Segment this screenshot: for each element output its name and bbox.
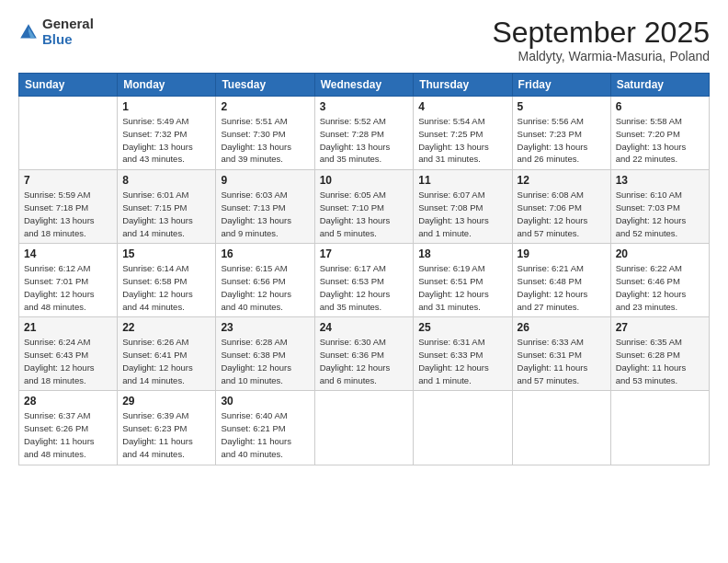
calendar-cell: 5Sunrise: 5:56 AMSunset: 7:23 PMDaylight… (512, 97, 610, 170)
location-subtitle: Maldyty, Warmia-Masuria, Poland (492, 49, 710, 63)
day-info: Sunrise: 6:22 AMSunset: 6:46 PMDaylight:… (616, 262, 704, 313)
day-number: 29 (122, 395, 210, 408)
title-block: September 2025 Maldyty, Warmia-Masuria, … (492, 17, 710, 63)
day-number: 11 (418, 174, 506, 187)
col-thursday: Thursday (414, 74, 512, 97)
calendar-cell: 21Sunrise: 6:24 AMSunset: 6:43 PMDayligh… (19, 317, 118, 391)
day-number: 12 (518, 174, 606, 187)
day-number: 14 (24, 247, 112, 260)
day-number: 3 (320, 100, 409, 113)
calendar-cell: 13Sunrise: 6:10 AMSunset: 7:03 PMDayligh… (610, 170, 709, 244)
calendar-cell: 7Sunrise: 5:59 AMSunset: 7:18 PMDaylight… (19, 170, 118, 244)
day-number: 21 (24, 321, 112, 334)
day-info: Sunrise: 5:56 AMSunset: 7:23 PMDaylight:… (518, 115, 606, 166)
calendar-cell: 10Sunrise: 6:05 AMSunset: 7:10 PMDayligh… (314, 170, 414, 244)
calendar-cell (314, 391, 414, 465)
day-info: Sunrise: 6:10 AMSunset: 7:03 PMDaylight:… (616, 189, 704, 239)
col-wednesday: Wednesday (314, 74, 414, 97)
calendar-week-5: 28Sunrise: 6:37 AMSunset: 6:26 PMDayligh… (19, 391, 710, 465)
day-info: Sunrise: 5:51 AMSunset: 7:30 PMDaylight:… (221, 115, 309, 166)
calendar-cell: 23Sunrise: 6:28 AMSunset: 6:38 PMDayligh… (216, 317, 314, 391)
logo-general-text: General (42, 17, 94, 32)
day-info: Sunrise: 6:28 AMSunset: 6:38 PMDaylight:… (221, 336, 309, 386)
day-number: 6 (616, 100, 704, 113)
day-number: 17 (320, 247, 409, 260)
day-info: Sunrise: 5:49 AMSunset: 7:32 PMDaylight:… (122, 115, 210, 166)
day-info: Sunrise: 5:58 AMSunset: 7:20 PMDaylight:… (616, 115, 704, 166)
day-number: 30 (221, 395, 309, 408)
calendar-cell: 1Sunrise: 5:49 AMSunset: 7:32 PMDaylight… (118, 97, 216, 170)
calendar-table: Sunday Monday Tuesday Wednesday Thursday… (18, 73, 710, 465)
col-saturday: Saturday (610, 74, 709, 97)
calendar-cell (19, 97, 118, 170)
day-number: 1 (122, 100, 210, 113)
calendar-cell: 30Sunrise: 6:40 AMSunset: 6:21 PMDayligh… (216, 391, 314, 465)
day-number: 13 (616, 174, 704, 187)
day-number: 4 (418, 100, 506, 113)
calendar-cell: 11Sunrise: 6:07 AMSunset: 7:08 PMDayligh… (414, 170, 512, 244)
day-number: 26 (518, 321, 606, 334)
calendar-cell: 9Sunrise: 6:03 AMSunset: 7:13 PMDaylight… (216, 170, 314, 244)
calendar-cell: 2Sunrise: 5:51 AMSunset: 7:30 PMDaylight… (216, 97, 314, 170)
calendar-cell: 3Sunrise: 5:52 AMSunset: 7:28 PMDaylight… (314, 97, 414, 170)
calendar-cell: 16Sunrise: 6:15 AMSunset: 6:56 PMDayligh… (216, 244, 314, 317)
day-info: Sunrise: 6:03 AMSunset: 7:13 PMDaylight:… (221, 189, 309, 239)
calendar-cell: 27Sunrise: 6:35 AMSunset: 6:28 PMDayligh… (610, 317, 709, 391)
calendar-cell: 12Sunrise: 6:08 AMSunset: 7:06 PMDayligh… (512, 170, 610, 244)
day-info: Sunrise: 6:12 AMSunset: 7:01 PMDaylight:… (24, 262, 112, 313)
day-number: 7 (24, 174, 112, 187)
day-number: 19 (518, 247, 606, 260)
col-friday: Friday (512, 74, 610, 97)
col-sunday: Sunday (19, 74, 118, 97)
calendar-week-1: 1Sunrise: 5:49 AMSunset: 7:32 PMDaylight… (19, 97, 710, 170)
logo-icon (18, 22, 39, 42)
day-number: 27 (616, 321, 704, 334)
day-number: 10 (320, 174, 409, 187)
day-info: Sunrise: 6:40 AMSunset: 6:21 PMDaylight:… (221, 409, 309, 460)
calendar-week-2: 7Sunrise: 5:59 AMSunset: 7:18 PMDaylight… (19, 170, 710, 244)
calendar-cell: 22Sunrise: 6:26 AMSunset: 6:41 PMDayligh… (118, 317, 216, 391)
day-info: Sunrise: 6:21 AMSunset: 6:48 PMDaylight:… (518, 262, 606, 313)
day-info: Sunrise: 5:54 AMSunset: 7:25 PMDaylight:… (418, 115, 506, 166)
day-number: 16 (221, 247, 309, 260)
calendar-cell: 25Sunrise: 6:31 AMSunset: 6:33 PMDayligh… (414, 317, 512, 391)
day-info: Sunrise: 6:08 AMSunset: 7:06 PMDaylight:… (518, 189, 606, 239)
calendar-cell: 14Sunrise: 6:12 AMSunset: 7:01 PMDayligh… (19, 244, 118, 317)
day-number: 22 (122, 321, 210, 334)
day-info: Sunrise: 6:07 AMSunset: 7:08 PMDaylight:… (418, 189, 506, 239)
day-info: Sunrise: 5:59 AMSunset: 7:18 PMDaylight:… (24, 189, 112, 239)
calendar-cell: 20Sunrise: 6:22 AMSunset: 6:46 PMDayligh… (610, 244, 709, 317)
day-info: Sunrise: 6:26 AMSunset: 6:41 PMDaylight:… (122, 336, 210, 386)
month-title: September 2025 (492, 17, 710, 49)
day-info: Sunrise: 6:30 AMSunset: 6:36 PMDaylight:… (320, 336, 409, 386)
calendar-cell: 19Sunrise: 6:21 AMSunset: 6:48 PMDayligh… (512, 244, 610, 317)
day-number: 28 (24, 395, 112, 408)
logo: General Blue (18, 17, 94, 47)
day-info: Sunrise: 6:31 AMSunset: 6:33 PMDaylight:… (418, 336, 506, 386)
day-number: 18 (418, 247, 506, 260)
calendar-cell: 6Sunrise: 5:58 AMSunset: 7:20 PMDaylight… (610, 97, 709, 170)
calendar-week-3: 14Sunrise: 6:12 AMSunset: 7:01 PMDayligh… (19, 244, 710, 317)
calendar-header-row: Sunday Monday Tuesday Wednesday Thursday… (19, 74, 710, 97)
day-number: 2 (221, 100, 309, 113)
calendar-cell: 18Sunrise: 6:19 AMSunset: 6:51 PMDayligh… (414, 244, 512, 317)
day-info: Sunrise: 5:52 AMSunset: 7:28 PMDaylight:… (320, 115, 409, 166)
day-info: Sunrise: 6:05 AMSunset: 7:10 PMDaylight:… (320, 189, 409, 239)
calendar-cell: 4Sunrise: 5:54 AMSunset: 7:25 PMDaylight… (414, 97, 512, 170)
col-monday: Monday (118, 74, 216, 97)
calendar-cell: 26Sunrise: 6:33 AMSunset: 6:31 PMDayligh… (512, 317, 610, 391)
calendar-cell (414, 391, 512, 465)
day-number: 25 (418, 321, 506, 334)
day-info: Sunrise: 6:37 AMSunset: 6:26 PMDaylight:… (24, 409, 112, 460)
day-number: 15 (122, 247, 210, 260)
day-number: 20 (616, 247, 704, 260)
day-info: Sunrise: 6:17 AMSunset: 6:53 PMDaylight:… (320, 262, 409, 313)
day-info: Sunrise: 6:33 AMSunset: 6:31 PMDaylight:… (518, 336, 606, 386)
calendar-cell: 28Sunrise: 6:37 AMSunset: 6:26 PMDayligh… (19, 391, 118, 465)
day-info: Sunrise: 6:15 AMSunset: 6:56 PMDaylight:… (221, 262, 309, 313)
day-number: 5 (518, 100, 606, 113)
calendar-cell: 8Sunrise: 6:01 AMSunset: 7:15 PMDaylight… (118, 170, 216, 244)
day-number: 8 (122, 174, 210, 187)
col-tuesday: Tuesday (216, 74, 314, 97)
day-info: Sunrise: 6:24 AMSunset: 6:43 PMDaylight:… (24, 336, 112, 386)
